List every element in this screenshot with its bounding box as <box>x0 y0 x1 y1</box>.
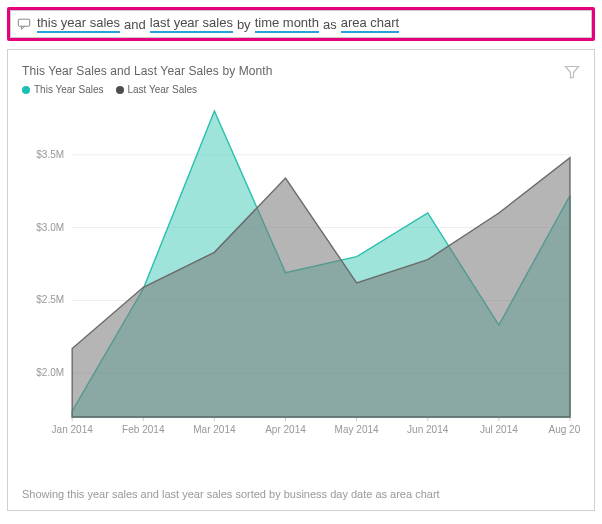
query-as: as <box>323 17 337 32</box>
svg-text:Aug 2014: Aug 2014 <box>549 424 580 435</box>
app-frame: this year sales and last year sales by t… <box>0 0 602 524</box>
query-by: by <box>237 17 251 32</box>
legend-swatch-a <box>22 86 30 94</box>
chart-legend: This Year Sales Last Year Sales <box>22 84 273 95</box>
qna-input[interactable]: this year sales and last year sales by t… <box>10 10 592 38</box>
legend-label-a: This Year Sales <box>34 84 104 95</box>
chart-title: This Year Sales and Last Year Sales by M… <box>22 64 273 78</box>
svg-text:$3.5M: $3.5M <box>36 149 64 160</box>
query-phrase-3: time month <box>255 16 319 33</box>
legend-item-a[interactable]: This Year Sales <box>22 84 104 95</box>
chart-description: Showing this year sales and last year sa… <box>22 488 580 500</box>
svg-text:$2.0M: $2.0M <box>36 367 64 378</box>
query-phrase-2: last year sales <box>150 16 233 33</box>
query-phrase-4: area chart <box>341 16 400 33</box>
svg-text:$3.0M: $3.0M <box>36 222 64 233</box>
svg-text:Jul 2014: Jul 2014 <box>480 424 518 435</box>
svg-text:Mar 2014: Mar 2014 <box>193 424 236 435</box>
chat-icon <box>17 17 31 31</box>
svg-rect-0 <box>18 19 29 26</box>
svg-text:Jan 2014: Jan 2014 <box>52 424 94 435</box>
svg-text:Apr 2014: Apr 2014 <box>265 424 306 435</box>
area-chart[interactable]: $2.0M$2.5M$3.0M$3.5MJan 2014Feb 2014Mar … <box>22 105 580 445</box>
filter-icon[interactable] <box>564 64 580 80</box>
svg-text:Jun 2014: Jun 2014 <box>407 424 449 435</box>
svg-text:May 2014: May 2014 <box>335 424 379 435</box>
svg-text:$2.5M: $2.5M <box>36 294 64 305</box>
chart-header: This Year Sales and Last Year Sales by M… <box>22 64 580 95</box>
query-and-1: and <box>124 17 146 32</box>
chart-card: This Year Sales and Last Year Sales by M… <box>7 49 595 511</box>
legend-swatch-b <box>116 86 124 94</box>
query-highlight: this year sales and last year sales by t… <box>7 7 595 41</box>
svg-text:Feb 2014: Feb 2014 <box>122 424 165 435</box>
legend-item-b[interactable]: Last Year Sales <box>116 84 198 95</box>
query-phrase-1: this year sales <box>37 16 120 33</box>
legend-label-b: Last Year Sales <box>128 84 198 95</box>
